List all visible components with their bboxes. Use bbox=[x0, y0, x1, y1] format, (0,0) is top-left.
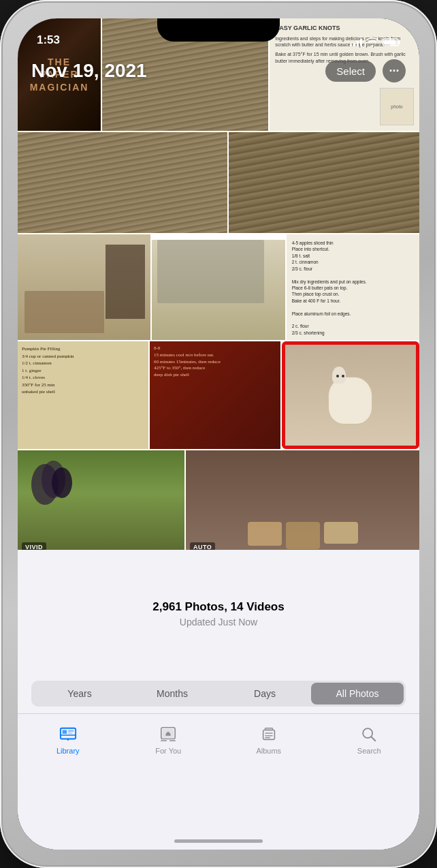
tab-search-label: Search bbox=[357, 747, 381, 755]
tab-search[interactable]: Search bbox=[319, 725, 420, 755]
tab-years[interactable]: Years bbox=[33, 683, 126, 704]
svg-rect-12 bbox=[263, 730, 274, 740]
more-button[interactable]: ··· bbox=[383, 59, 406, 82]
status-time: 1:53 bbox=[37, 33, 60, 47]
tab-bar: Library For Yo bbox=[18, 713, 419, 850]
photo-area: thePAPERMAGICIAN EASY GARLIC KNOTS Ingre… bbox=[18, 18, 419, 850]
wifi-icon bbox=[366, 37, 378, 47]
grid-row-1 bbox=[18, 132, 419, 233]
photo-cell-room1[interactable] bbox=[18, 234, 150, 340]
svg-rect-2 bbox=[384, 40, 396, 45]
photo-count-area: 2,961 Photos, 14 Videos Updated Just Now bbox=[18, 589, 419, 638]
grid-row-2: 4-5 apples sliced thin Place into shortc… bbox=[18, 234, 419, 340]
photo-cell-berries[interactable]: VIVID bbox=[18, 450, 184, 556]
tab-days[interactable]: Days bbox=[218, 683, 311, 704]
tab-albums[interactable]: Albums bbox=[218, 725, 319, 755]
tab-library-label: Library bbox=[56, 747, 80, 755]
tab-albums-label: Albums bbox=[256, 747, 281, 755]
tab-for-you[interactable]: For You bbox=[118, 725, 219, 755]
photo-cell-food[interactable]: AUTO bbox=[186, 450, 419, 556]
header-buttons: Select ··· bbox=[325, 59, 406, 82]
phone-inner: 1:53 bbox=[18, 18, 419, 850]
svg-rect-5 bbox=[68, 730, 74, 732]
search-icon bbox=[359, 725, 379, 744]
header-date: Nov 19, 2021 bbox=[31, 60, 147, 82]
photo-cell-handwriting2[interactable]: 8-8 15 minutes cool m/o before eat. 60 m… bbox=[150, 341, 280, 449]
photo-cell-wood2[interactable] bbox=[18, 132, 227, 233]
library-icon bbox=[58, 725, 78, 744]
phone-frame: 1:53 bbox=[0, 0, 437, 868]
svg-point-7 bbox=[67, 739, 69, 741]
tab-library[interactable]: Library bbox=[18, 725, 118, 755]
svg-line-18 bbox=[372, 737, 376, 741]
photo-cell-handwriting1[interactable]: Pumpkin Pie Filling 3/4 cup or canned pu… bbox=[18, 341, 148, 449]
view-tabs: Years Months Days All Photos bbox=[31, 681, 406, 707]
tab-months[interactable]: Months bbox=[126, 683, 218, 704]
svg-rect-13 bbox=[265, 728, 272, 730]
screen: 1:53 bbox=[18, 18, 419, 850]
svg-rect-6 bbox=[68, 732, 72, 734]
signal-icon bbox=[350, 38, 362, 46]
updated-text: Updated Just Now bbox=[180, 617, 257, 627]
svg-rect-1 bbox=[399, 41, 401, 44]
photo-cell-wood3[interactable] bbox=[229, 132, 419, 233]
tab-all-photos[interactable]: All Photos bbox=[311, 683, 404, 704]
photo-cell-cat[interactable] bbox=[282, 341, 419, 449]
svg-rect-4 bbox=[62, 730, 67, 734]
photo-cell-room2[interactable] bbox=[152, 234, 285, 340]
battery-icon bbox=[383, 37, 400, 47]
status-icons bbox=[350, 37, 400, 47]
photo-count: 2,961 Photos, 14 Videos bbox=[152, 600, 284, 614]
albums-icon bbox=[259, 725, 279, 744]
tab-for-you-label: For You bbox=[155, 747, 181, 755]
grid-row-4: VIVID AUTO bbox=[18, 450, 419, 556]
photo-cell-recipe2[interactable]: 4-5 apples sliced thin Place into shortc… bbox=[287, 234, 419, 340]
select-button[interactable]: Select bbox=[325, 61, 376, 82]
home-indicator bbox=[174, 839, 263, 843]
header-overlay: Nov 19, 2021 Select ··· bbox=[18, 52, 419, 89]
foryou-icon bbox=[158, 725, 178, 744]
notch bbox=[157, 18, 280, 42]
grid-row-3: Pumpkin Pie Filling 3/4 cup or canned pu… bbox=[18, 341, 419, 449]
